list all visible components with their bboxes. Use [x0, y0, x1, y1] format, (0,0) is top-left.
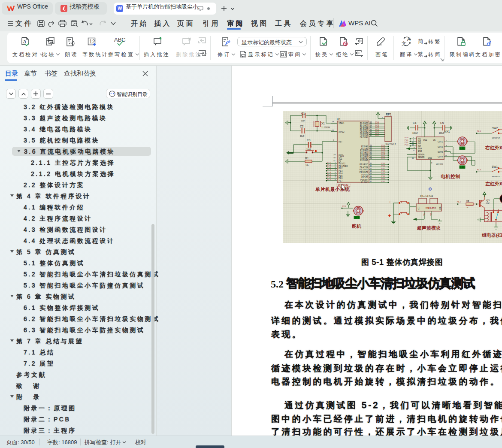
svg-text:OUT2: OUT2 [438, 146, 443, 148]
svg-text:RESPACK-8: RESPACK-8 [385, 143, 396, 145]
svg-text:OUT3: OUT3 [438, 151, 443, 153]
svg-text:P1.7: P1.7 [327, 179, 331, 181]
svg-text:OUT4: OUT4 [438, 156, 443, 158]
svg-text:GND: GND [439, 206, 441, 210]
svg-text:R8: R8 [466, 200, 469, 202]
svg-text:P1.5: P1.5 [327, 174, 331, 176]
svg-text:X1: X1 [321, 122, 325, 125]
svg-text:10uF: 10uF [306, 148, 311, 151]
svg-text:右红外对管: 右红外对管 [485, 145, 502, 150]
svg-text:ABC: ABC [114, 37, 126, 43]
svg-text:10: 10 [412, 141, 414, 143]
svg-text:P1.5: P1.5 [339, 175, 343, 177]
svg-text:+: + [388, 212, 391, 219]
svg-text:P1.3: P1.3 [405, 144, 408, 146]
svg-text:GND: GND [428, 157, 432, 159]
svg-text:P1.2: P1.2 [327, 166, 331, 168]
svg-text:P3.1: P3.1 [381, 165, 385, 167]
svg-text:13: 13 [370, 170, 372, 172]
svg-text:P2.2: P2.2 [342, 205, 346, 207]
svg-text:P2.1: P2.1 [477, 130, 481, 132]
svg-text:P2.4: P2.4 [423, 212, 425, 216]
svg-text:10k: 10k [305, 164, 309, 166]
svg-text:ENA: ENA [418, 148, 422, 150]
svg-text:SW2: SW2 [492, 127, 498, 130]
svg-text:U1: U1 [337, 118, 341, 121]
svg-text:11: 11 [370, 165, 372, 167]
svg-text:P3.6: P3.6 [381, 178, 385, 180]
svg-text:P1.3: P1.3 [327, 169, 331, 171]
svg-text:VCC: VCC [423, 139, 427, 141]
svg-text:P3.4: P3.4 [381, 173, 385, 175]
svg-text:P1.7: P1.7 [339, 180, 343, 182]
svg-text:VS: VS [433, 139, 435, 141]
svg-text:Q3: Q3 [486, 199, 490, 202]
svg-text:C1: C1 [301, 112, 305, 115]
svg-text:R1: R1 [305, 157, 309, 160]
svg-text:P3.2: P3.2 [381, 167, 385, 170]
svg-text:P3.4/T0: P3.4/T0 [361, 174, 368, 176]
svg-text:IN1: IN1 [418, 138, 421, 140]
svg-text:10: 10 [370, 162, 372, 164]
svg-text:P2.3: P2.3 [477, 169, 481, 171]
svg-text:IN3: IN3 [418, 142, 421, 145]
svg-text:100uF: 100uF [412, 132, 418, 134]
svg-text:P3.3: P3.3 [381, 170, 385, 172]
svg-text:P1.2: P1.2 [339, 167, 343, 170]
svg-text:P3.3/INT1: P3.3/INT1 [360, 171, 369, 173]
svg-text:继电器(扫地: 继电器(扫地 [481, 233, 502, 238]
svg-text:繁: 繁 [418, 51, 423, 57]
svg-text:P0.7/AD7: P0.7/AD7 [360, 136, 369, 138]
svg-text:30: 30 [333, 157, 336, 159]
svg-text:P3.5/T1: P3.5/T1 [361, 176, 368, 179]
svg-text:P1.1: P1.1 [327, 164, 331, 166]
svg-text:30pF: 30pF [301, 120, 305, 122]
svg-text:P1.4: P1.4 [327, 171, 331, 173]
svg-text:PNP: PNP [486, 202, 490, 204]
svg-text:12: 12 [412, 144, 414, 146]
svg-text:PSEN: PSEN [339, 155, 344, 157]
svg-text:XTAL2: XTAL2 [339, 131, 345, 133]
svg-text:17: 17 [370, 180, 372, 182]
svg-text:P3.1/TXD: P3.1/TXD [360, 166, 368, 168]
svg-text:IN2: IN2 [418, 140, 421, 142]
svg-text:M01508: M01508 [436, 163, 443, 166]
svg-text:P1.2: P1.2 [405, 141, 408, 143]
svg-text:P1.1: P1.1 [405, 139, 408, 141]
svg-text:P1.0: P1.0 [405, 136, 408, 139]
svg-text:C3: C3 [307, 139, 311, 142]
svg-text:P2.5: P2.5 [430, 212, 432, 216]
svg-text:19: 19 [332, 121, 334, 123]
svg-text:P1.1/T2EX: P1.1/T2EX [339, 165, 348, 167]
svg-text:29: 29 [333, 154, 336, 156]
svg-text:C2: C2 [300, 125, 304, 128]
svg-text:32: 32 [370, 134, 372, 136]
svg-text:P1.4: P1.4 [339, 173, 343, 175]
svg-text:-: - [389, 199, 390, 204]
svg-text:ALE: ALE [339, 158, 342, 160]
svg-text:18: 18 [332, 129, 334, 131]
svg-text:P3.5: P3.5 [381, 175, 385, 177]
svg-text:P2.7/A15: P2.7/A15 [360, 159, 368, 161]
svg-text:Trig Echo: Trig Echo [425, 206, 436, 209]
svg-text:XTAL1: XTAL1 [339, 122, 345, 124]
svg-text:P3.2/INT0: P3.2/INT0 [360, 169, 369, 171]
svg-text:P1.4: P1.4 [457, 201, 461, 203]
svg-text:VCC: VCC [418, 207, 420, 210]
svg-text:14: 14 [370, 173, 372, 175]
svg-text:15: 15 [370, 175, 372, 177]
svg-text:P3.0: P3.0 [381, 162, 385, 164]
svg-text:P3.0/RXD: P3.0/RXD [360, 163, 369, 166]
svg-text:SENSA: SENSA [418, 154, 424, 156]
svg-text:RP1: RP1 [386, 113, 392, 116]
svg-text:P3.6/WR: P3.6/WR [360, 179, 369, 181]
svg-text:28: 28 [370, 157, 372, 160]
svg-text:简: 简 [418, 38, 423, 44]
svg-text:SW-SPDT: SW-SPDT [492, 176, 500, 178]
svg-text:ENB: ENB [418, 150, 422, 152]
svg-text:P1.0/T2: P1.0/T2 [339, 163, 345, 165]
svg-text:RST: RST [339, 141, 342, 143]
svg-text:MX1: MX1 [444, 130, 450, 133]
svg-text:SW1: SW1 [492, 165, 498, 168]
svg-text:C4: C4 [413, 121, 417, 124]
